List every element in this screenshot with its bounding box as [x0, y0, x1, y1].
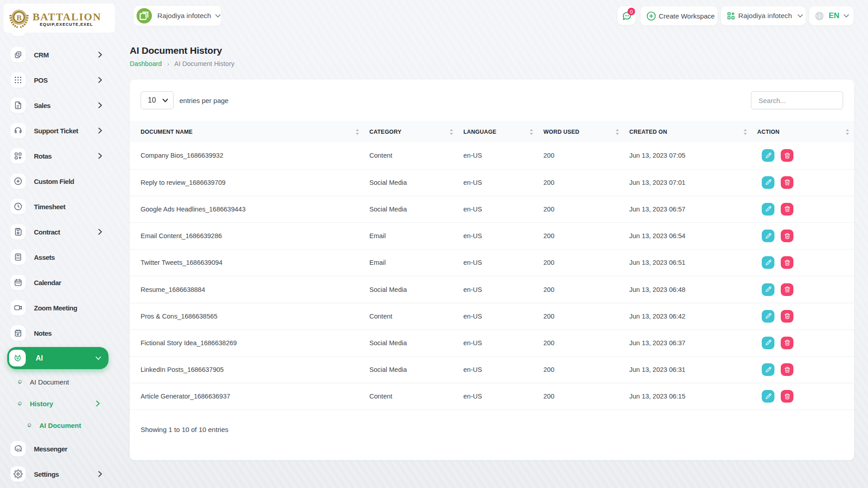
svg-text:B: B	[16, 13, 22, 22]
